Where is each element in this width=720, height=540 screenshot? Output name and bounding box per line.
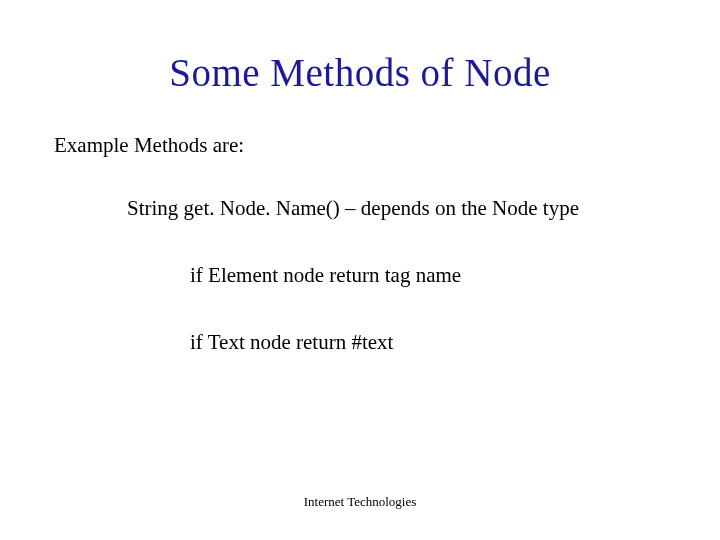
- footer-text: Internet Technologies: [0, 494, 720, 510]
- slide-container: Some Methods of Node Example Methods are…: [0, 0, 720, 540]
- method-signature: String get. Node. Name() – depends on th…: [127, 196, 670, 221]
- detail-element: if Element node return tag name: [190, 263, 670, 288]
- detail-text: if Text node return #text: [190, 330, 670, 355]
- intro-text: Example Methods are:: [54, 133, 670, 158]
- slide-title: Some Methods of Node: [50, 50, 670, 95]
